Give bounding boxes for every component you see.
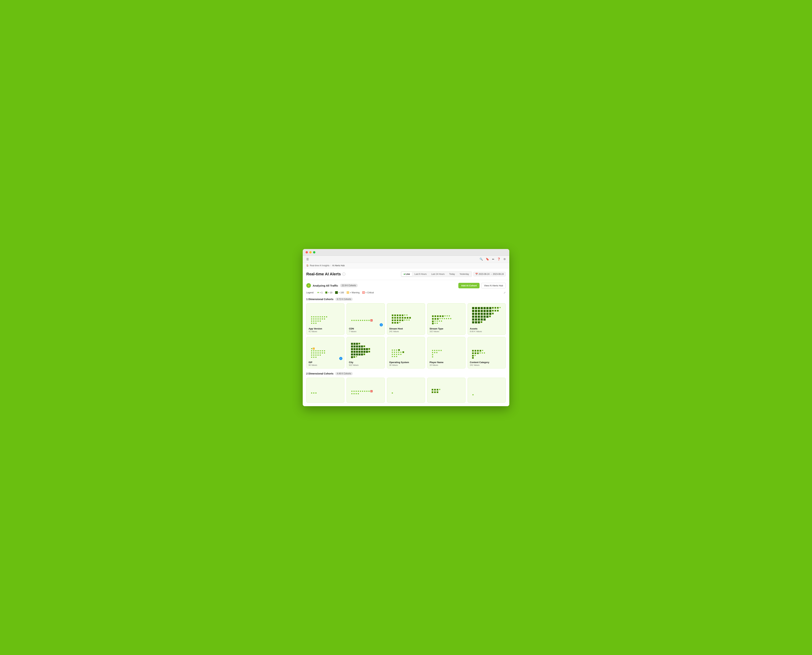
assets-values: 8.66 K Values	[470, 331, 504, 332]
time-24h-btn[interactable]: Last 24 Hours	[429, 272, 447, 276]
dim2-card-3[interactable]	[387, 378, 425, 403]
svg-rect-144	[322, 352, 323, 354]
cohort-card-cdn[interactable]: i CDN 7 Values	[347, 303, 385, 335]
svg-rect-208	[434, 350, 435, 351]
svg-rect-178	[366, 351, 368, 353]
svg-rect-152	[313, 357, 314, 358]
os-visual	[389, 339, 423, 359]
dim1-count-badge: 9.72 K Cohorts	[335, 298, 353, 301]
svg-rect-34	[394, 315, 396, 316]
dim2-card-2[interactable]	[347, 378, 385, 403]
svg-rect-164	[351, 348, 353, 350]
svg-rect-113	[492, 313, 494, 314]
add-cohort-button[interactable]: Add AI Cohort	[458, 283, 480, 288]
time-controls: Live Last 6 Hours Last 24 Hours Today Ye…	[401, 271, 472, 277]
svg-rect-29	[364, 320, 365, 321]
svg-rect-77	[432, 321, 434, 322]
breadcrumb-home[interactable]: Real-time AI Insights	[310, 264, 330, 267]
svg-rect-212	[432, 352, 433, 353]
svg-rect-165	[354, 348, 356, 350]
svg-rect-11	[317, 318, 319, 320]
svg-rect-67	[449, 315, 450, 317]
svg-rect-56	[392, 322, 393, 324]
cohort-card-app-version[interactable]: App Version 41 Values	[306, 303, 344, 335]
svg-rect-176	[361, 351, 363, 353]
settings-icon[interactable]: ⚙	[504, 258, 506, 261]
svg-rect-215	[432, 354, 433, 355]
view-hub-button[interactable]: View AI Alerts Hub	[481, 283, 506, 288]
svg-rect-219	[477, 350, 479, 352]
cdn-visual	[349, 306, 382, 325]
share-icon[interactable]: ⬅	[492, 258, 494, 261]
legend-text-critical: = Critical	[365, 291, 374, 294]
cdn-info-badge: i	[380, 323, 383, 326]
time-live-btn[interactable]: Live	[402, 272, 412, 276]
svg-rect-75	[448, 318, 449, 319]
svg-rect-99	[481, 310, 483, 312]
menu-icon[interactable]: ☰	[306, 258, 309, 261]
isp-visual	[308, 339, 342, 359]
svg-rect-148	[315, 355, 316, 356]
svg-rect-242	[368, 391, 370, 392]
cohort-card-content-category[interactable]: Content Category 241 Values	[468, 337, 506, 368]
svg-rect-166	[356, 348, 358, 350]
svg-rect-120	[489, 315, 491, 317]
help-icon[interactable]: ❓	[497, 258, 501, 261]
minimize-button[interactable]	[309, 251, 311, 254]
svg-rect-231	[311, 392, 312, 394]
cohort-card-stream-host[interactable]: Stream Host 241 Values	[387, 303, 425, 335]
svg-rect-47	[409, 317, 411, 318]
close-button[interactable]	[305, 251, 308, 254]
time-6h-btn[interactable]: Last 6 Hours	[412, 272, 429, 276]
svg-rect-160	[356, 346, 358, 347]
dim2-card-4[interactable]	[427, 378, 465, 403]
maximize-button[interactable]	[313, 251, 315, 254]
date-range-picker[interactable]: 📅 2023-08-24 → 2023-08-24	[473, 272, 506, 277]
cohort-card-isp[interactable]: i ISP 66 Values	[306, 337, 344, 368]
bookmark-icon[interactable]: 🔖	[486, 258, 489, 261]
cdn-values: 7 Values	[349, 331, 382, 332]
svg-rect-147	[313, 355, 314, 356]
svg-rect-74	[446, 318, 447, 319]
svg-rect-250	[434, 389, 436, 391]
svg-rect-190	[394, 349, 395, 351]
svg-rect-232	[313, 392, 314, 394]
svg-rect-102	[489, 310, 491, 312]
isp-info-badge: i	[339, 357, 342, 360]
svg-rect-246	[356, 393, 357, 394]
cohort-card-city[interactable]: City 522 Values	[347, 337, 385, 368]
dim2-card-5[interactable]	[468, 378, 506, 403]
isp-title: ISP	[308, 361, 342, 364]
svg-rect-42	[397, 317, 398, 318]
svg-rect-156	[356, 343, 358, 345]
cohort-card-assets[interactable]: Assets 8.66 K Values	[468, 303, 506, 335]
svg-rect-9	[313, 318, 314, 320]
svg-rect-244	[351, 393, 353, 394]
cohort-card-player-name[interactable]: Player Name 19 Values	[427, 337, 465, 368]
svg-rect-214	[436, 352, 438, 353]
expand-icon[interactable]: ⤢	[504, 291, 506, 294]
legend-item-warning: = Warning	[347, 291, 359, 294]
svg-rect-130	[311, 348, 312, 349]
svg-rect-53	[404, 320, 405, 321]
svg-rect-21	[313, 323, 314, 324]
app-version-visual	[308, 306, 342, 325]
svg-rect-66	[447, 315, 448, 317]
svg-rect-251	[437, 389, 438, 391]
dim2-card-1[interactable]	[306, 378, 344, 403]
assets-visual	[470, 306, 504, 325]
svg-rect-31	[368, 320, 370, 321]
content-category-visual	[470, 339, 504, 359]
cohort-card-os[interactable]: Operating System 36 Values	[387, 337, 425, 368]
svg-rect-235	[354, 391, 355, 392]
search-icon[interactable]: 🔍	[479, 258, 483, 261]
time-yesterday-btn[interactable]: Yesterday	[458, 272, 471, 276]
time-today-btn[interactable]: Today	[447, 272, 457, 276]
app-version-title: App Version	[308, 328, 342, 330]
svg-rect-220	[479, 350, 481, 352]
svg-rect-236	[356, 391, 357, 392]
svg-rect-70	[437, 318, 439, 320]
cohort-card-stream-type[interactable]: Stream Type 162 Values	[427, 303, 465, 335]
svg-rect-23	[351, 320, 353, 321]
page-info-icon[interactable]: i	[342, 272, 345, 276]
